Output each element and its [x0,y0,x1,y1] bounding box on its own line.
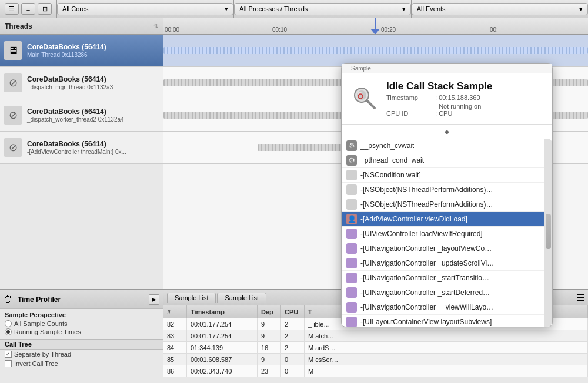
cell-cpu-4: 0 [281,365,305,377]
thread-icon-2: ⊘ [4,106,22,125]
stack-icon-2 [346,170,357,180]
cell-cpu-2: 2 [281,342,305,353]
timestamp-value: 00:15.188.360 [439,94,486,101]
thread-icon-0: 🖥 [4,41,22,60]
separate-by-thread-checkbox[interactable]: ✓ [5,351,12,358]
stack-item-0[interactable]: ⚙ __psynch_cvwait [342,139,552,153]
stack-icon-3 [346,184,357,195]
col-header-cpu: CPU [281,305,305,318]
all-events-label: All Events [417,5,446,12]
timeline-cursor [375,18,376,33]
svg-line-3 [367,100,375,108]
stack-item-1[interactable]: ⚙ _pthread_cond_wait [342,153,552,168]
cell-t-2: M ardS… [305,342,588,353]
call-tree-label: Call Tree [0,339,163,350]
cell-dep-4: 23 [258,365,281,377]
all-cores-label: All Cores [62,5,89,12]
popup-scrollbar[interactable] [544,139,552,327]
thread-row-3[interactable]: ⊘ CoreDataBooks (56414) -[AddViewControl… [0,132,163,164]
stack-item-5[interactable]: 👤 -[AddViewController viewDidLoad] [342,212,552,227]
table-row-2[interactable]: 84 01:344.139 16 2 M ardS… [163,342,588,354]
timeline-ticks: 00:00 00:10 00:20 00: [163,18,588,33]
all-cores-dropdown[interactable]: All Cores ▾ [57,3,233,15]
popup-sample-label: Sample [342,64,552,73]
invert-call-tree-label: Invert Call Tree [14,360,58,367]
stack-item-12[interactable]: -[UILayoutContainerView layoutSubviews] [342,315,552,327]
invert-call-tree-checkbox[interactable] [5,360,12,367]
stack-item-8[interactable]: -[UINavigationController _updateScrollVi… [342,256,552,271]
timestamp-label: Timestamp [386,94,433,101]
tab-sample-list-1[interactable]: Sample List [167,293,216,303]
cell-num-0: 82 [163,318,187,330]
thread-name-0: CoreDataBooks (56414) [27,43,106,51]
all-processes-section: All Processes / Threads ▾ [234,0,411,18]
bottom-toolbar: ⏱ Time Profiler ▶ [0,290,163,309]
toolbar-left: ☰ ≡ ⊞ [0,0,57,18]
all-events-section: All Events ▾ [412,0,588,18]
stack-label-4: -[NSObject(NSThreadPerformAdditions)… [360,200,493,209]
stack-item-7[interactable]: -[UINavigationController _layoutViewCo… [342,241,552,256]
popup-title-area: Idle Call Stack Sample Timestamp : 00:15… [386,80,492,117]
thread-row-0[interactable]: 🖥 CoreDataBooks (56414) Main Thread 0x11… [0,35,163,67]
cell-ts-2: 01:344.139 [187,342,258,353]
dropdown-arrow-icon3: ▾ [579,5,583,13]
radio-circle-2 [5,328,12,335]
all-processes-dropdown[interactable]: All Processes / Threads ▾ [234,3,410,15]
popup-title-row: Idle Call Stack Sample Timestamp : 00:15… [351,80,543,117]
table-row-4[interactable]: 86 00:02.343.740 23 0 M [163,365,588,377]
radio-running-sample-times[interactable]: Running Sample Times [5,328,158,335]
popup-header: Idle Call Stack Sample Timestamp : 00:15… [342,73,552,125]
thread-info-3: CoreDataBooks (56414) -[AddViewControlle… [27,140,126,155]
menu-icon[interactable]: ☰ [576,292,584,303]
cell-dep-3: 9 [258,354,281,365]
stack-item-3[interactable]: -[NSObject(NSThreadPerformAdditions)… [342,183,552,197]
thread-row-2[interactable]: ⊘ CoreDataBooks (56414) _dispatch_worker… [0,99,163,132]
cell-dep-2: 16 [258,342,281,353]
cell-t-1: M atch… [305,330,588,341]
stack-item-9[interactable]: -[UINavigationController _startTransitio… [342,271,552,285]
stack-icon-1: ⚙ [346,155,357,166]
col-header-timestamp: Timestamp [187,305,258,318]
stack-icon-7 [346,243,357,254]
stack-item-11[interactable]: -[UINavigationController __viewWillLayo… [342,300,552,315]
stack-icon-4 [346,199,357,210]
radio-all-sample-counts[interactable]: All Sample Counts [5,320,158,327]
list-icon[interactable]: ☰ [5,3,19,15]
thread-row-1[interactable]: ⊘ CoreDataBooks (56414) _dispatch_mgr_th… [0,67,163,99]
cell-num-4: 86 [163,365,187,377]
stack-label-10: -[UINavigationController _startDeferred… [360,288,490,297]
col-header-dep: Dep [258,305,281,318]
stack-item-6[interactable]: -[UIViewController loadViewIfRequired] [342,227,552,241]
expand-button[interactable]: ▶ [149,294,159,305]
stack-item-10[interactable]: -[UINavigationController _startDeferred… [342,285,552,300]
lines-icon[interactable]: ≡ [21,3,35,15]
radio-label-1: All Sample Counts [14,320,68,327]
stack-label-5: -[AddViewController viewDidLoad] [360,215,467,223]
popup-stack-list[interactable]: ⚙ __psynch_cvwait ⚙ _pthread_cond_wait -… [342,139,552,327]
timeline-row-1[interactable] [163,35,588,67]
thread-sub-3: -[AddViewController threadMain:] 0x... [27,149,126,155]
dropdown-arrow-icon2: ▾ [402,5,406,13]
thread-name-1: CoreDataBooks (56414) [27,75,113,83]
thread-name-3: CoreDataBooks (56414) [27,140,126,148]
separate-by-thread-option[interactable]: ✓ Separate by Thread [0,350,163,359]
table-row-3[interactable]: 85 00:01.608.587 9 0 M csSer… [163,354,588,365]
all-events-dropdown[interactable]: All Events ▾ [412,3,588,15]
cpu-value: Not running on CPU [439,103,486,117]
invert-call-tree-option[interactable]: Invert Call Tree [0,359,163,368]
bar-1 [163,47,588,54]
stack-icon-6 [346,229,357,239]
cell-cpu-1: 2 [281,330,305,341]
cell-cpu-0: 2 [281,318,305,330]
all-cores-section: All Cores ▾ [57,0,234,18]
stack-label-8: -[UINavigationController _updateScrollVi… [360,259,494,267]
cell-num-3: 85 [163,354,187,365]
popup-indicator: ● [342,125,552,139]
table-row-1[interactable]: 83 00:01.177.254 9 2 M atch… [163,330,588,342]
stack-label-7: -[UINavigationController _layoutViewCo… [360,244,492,253]
tab-sample-list-2[interactable]: Sample List [217,293,266,303]
stack-item-2[interactable]: -[NSCondition wait] [342,168,552,183]
stack-label-0: __psynch_cvwait [360,142,414,150]
stack-item-4[interactable]: -[NSObject(NSThreadPerformAdditions)… [342,197,552,212]
grid-icon[interactable]: ⊞ [38,3,52,15]
